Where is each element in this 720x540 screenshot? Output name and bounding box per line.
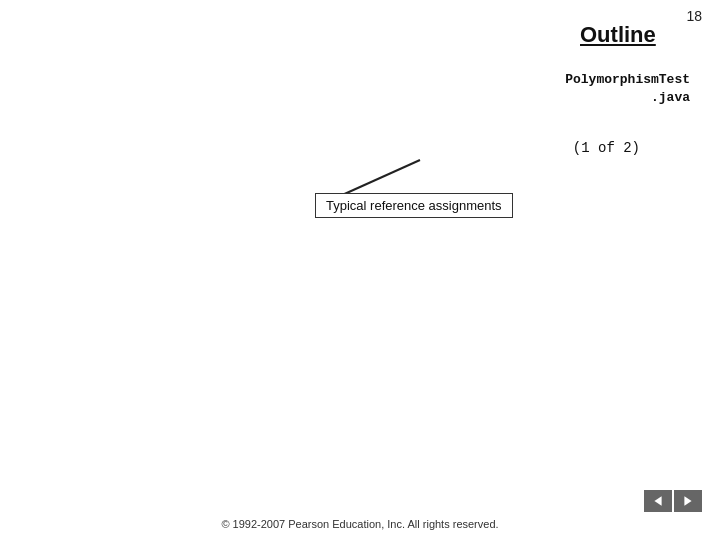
page-number: 18 xyxy=(686,8,702,24)
nav-buttons xyxy=(644,490,702,512)
slide-title: Outline xyxy=(580,22,656,48)
svg-marker-3 xyxy=(684,496,691,506)
typical-reference-box: Typical reference assignments xyxy=(315,193,513,218)
prev-button[interactable] xyxy=(644,490,672,512)
next-button[interactable] xyxy=(674,490,702,512)
filename-line2: .java xyxy=(651,90,690,105)
filename-line1: PolymorphismTest xyxy=(565,72,690,87)
copyright-text: © 1992-2007 Pearson Education, Inc. All … xyxy=(221,518,498,530)
arrow-area: Typical reference assignments xyxy=(260,155,520,225)
svg-marker-2 xyxy=(654,496,661,506)
part-label: (1 of 2) xyxy=(573,140,640,156)
